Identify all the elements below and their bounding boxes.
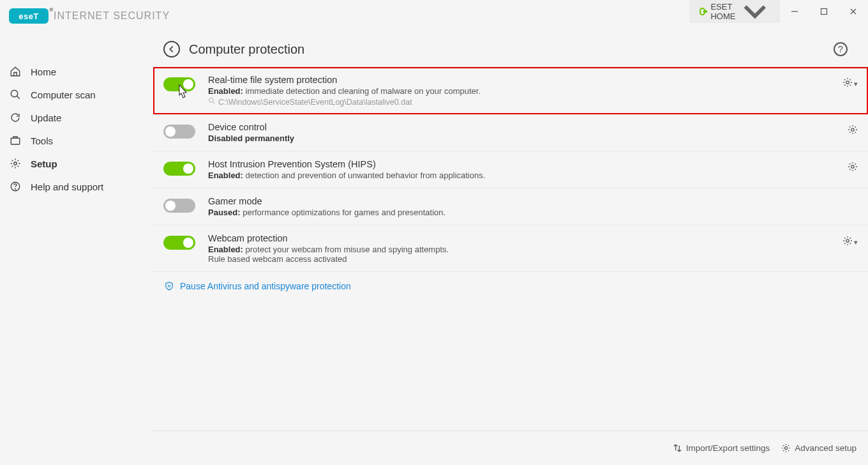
- pause-antivirus-link[interactable]: Pause Antivirus and antispyware protecti…: [153, 272, 868, 300]
- row-title: Device control: [208, 122, 848, 132]
- sidebar-item-update[interactable]: Update: [0, 106, 153, 129]
- sidebar-item-help[interactable]: Help and support: [0, 175, 153, 198]
- row-status: Enabled: protect your webcam from misuse…: [208, 245, 842, 254]
- protection-row: Gamer modePaused: performance optimizati…: [153, 188, 868, 225]
- back-button[interactable]: [163, 41, 180, 57]
- toggle-switch[interactable]: [163, 162, 195, 176]
- arrow-left-icon: [167, 45, 176, 54]
- eset-home-button[interactable]: ESET HOME: [689, 0, 780, 23]
- row-status: Disabled permanently: [208, 133, 848, 143]
- window-minimize-button[interactable]: [780, 0, 809, 23]
- row-title: Real-time file system protection: [208, 75, 842, 85]
- import-export-label: Import/Export settings: [686, 443, 770, 453]
- help-icon: [9, 181, 22, 192]
- sidebar-item-tools[interactable]: Tools: [0, 129, 153, 152]
- briefcase-icon: [9, 135, 22, 146]
- gear-icon: [9, 158, 22, 169]
- sidebar-item-label: Help and support: [31, 181, 103, 192]
- row-settings-button[interactable]: [842, 236, 853, 248]
- toggle-switch[interactable]: [163, 77, 195, 91]
- row-detail: C:\Windows\ServiceState\EventLog\Data\la…: [208, 97, 842, 107]
- shield-pause-icon: [165, 282, 174, 291]
- svg-rect-0: [821, 9, 827, 15]
- sidebar-item-label: Tools: [31, 135, 53, 146]
- toggle-switch[interactable]: [163, 236, 195, 250]
- brand-logo: eseT INTERNET SECURITY: [9, 8, 170, 24]
- product-name: INTERNET SECURITY: [54, 10, 170, 22]
- protection-row: Real-time file system protectionEnabled:…: [153, 67, 868, 114]
- svg-point-6: [209, 98, 214, 103]
- refresh-icon: [9, 112, 22, 123]
- window-close-button[interactable]: [839, 0, 868, 23]
- toggle-switch[interactable]: [163, 199, 195, 213]
- search-icon: [9, 89, 22, 100]
- row-settings-button[interactable]: [848, 162, 858, 174]
- row-status: Enabled: immediate detection and cleanin…: [208, 86, 842, 96]
- row-title: Gamer mode: [208, 196, 858, 206]
- help-button[interactable]: ?: [834, 42, 848, 56]
- toggle-switch[interactable]: [163, 125, 195, 139]
- chevron-down-icon[interactable]: ▾: [854, 80, 858, 88]
- svg-point-5: [15, 188, 16, 189]
- gear-icon: [781, 443, 791, 453]
- advanced-setup-button[interactable]: Advanced setup: [781, 443, 857, 453]
- row-extra: Rule based webcam access activated: [208, 254, 842, 264]
- protection-row: Host Intrusion Prevention System (HIPS)E…: [153, 151, 868, 188]
- svg-point-7: [846, 81, 849, 84]
- main-header: Computer protection ?: [153, 36, 868, 66]
- search-icon: [208, 97, 216, 107]
- row-settings-button[interactable]: [842, 77, 853, 90]
- home-icon: [9, 66, 22, 77]
- import-export-button[interactable]: Import/Export settings: [673, 443, 770, 453]
- window-maximize-button[interactable]: [809, 0, 839, 23]
- pause-link-label: Pause Antivirus and antispyware protecti…: [180, 281, 351, 291]
- svg-point-8: [851, 128, 854, 131]
- row-detail-text: C:\Windows\ServiceState\EventLog\Data\la…: [218, 98, 412, 107]
- sidebar: Home Computer scan Update Tools Setup He…: [0, 60, 153, 198]
- sidebar-item-scan[interactable]: Computer scan: [0, 83, 153, 106]
- row-settings-button[interactable]: [848, 125, 858, 137]
- svg-point-11: [785, 446, 788, 449]
- protection-row: Webcam protectionEnabled: protect your w…: [153, 225, 868, 272]
- svg-rect-2: [11, 138, 20, 144]
- row-status: Enabled: detection and prevention of unw…: [208, 171, 848, 180]
- sidebar-item-label: Home: [31, 66, 56, 77]
- advanced-setup-label: Advanced setup: [795, 443, 857, 453]
- row-title: Webcam protection: [208, 233, 842, 243]
- protection-row: Device controlDisabled permanently: [153, 114, 868, 151]
- chevron-down-icon[interactable]: ▾: [854, 238, 858, 247]
- svg-point-9: [851, 165, 854, 168]
- transfer-icon: [673, 443, 682, 453]
- link-icon: [700, 8, 706, 15]
- sidebar-item-label: Computer scan: [31, 89, 96, 100]
- eset-home-label: ESET HOME: [710, 2, 735, 21]
- titlebar-controls: ESET HOME: [689, 0, 868, 23]
- svg-point-10: [846, 240, 849, 242]
- svg-point-3: [14, 162, 17, 165]
- eset-logo-icon: eseT: [9, 8, 49, 24]
- sidebar-item-home[interactable]: Home: [0, 60, 153, 83]
- page-title: Computer protection: [189, 42, 304, 57]
- main-panel: Computer protection ? Real-time file sys…: [153, 36, 868, 431]
- row-title: Host Intrusion Prevention System (HIPS): [208, 159, 848, 169]
- sidebar-item-label: Update: [31, 112, 61, 123]
- chevron-down-icon: [740, 0, 770, 26]
- footer: Import/Export settings Advanced setup: [153, 431, 868, 465]
- row-status: Paused: performance optimizations for ga…: [208, 208, 858, 217]
- sidebar-item-setup[interactable]: Setup: [0, 152, 153, 175]
- sidebar-item-label: Setup: [31, 158, 57, 169]
- svg-point-1: [11, 90, 18, 97]
